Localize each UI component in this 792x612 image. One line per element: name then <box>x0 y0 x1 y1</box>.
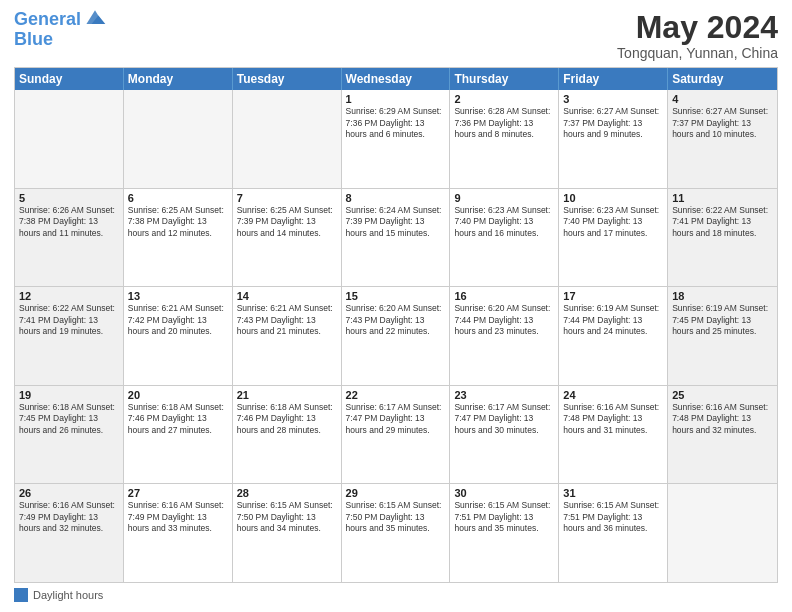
day-number: 2 <box>454 93 554 105</box>
day-number: 7 <box>237 192 337 204</box>
day-info: Sunrise: 6:23 AM Sunset: 7:40 PM Dayligh… <box>454 205 554 239</box>
day-info: Sunrise: 6:28 AM Sunset: 7:36 PM Dayligh… <box>454 106 554 140</box>
day-number: 14 <box>237 290 337 302</box>
day-number: 18 <box>672 290 773 302</box>
calendar-cell: 11Sunrise: 6:22 AM Sunset: 7:41 PM Dayli… <box>668 189 777 287</box>
day-info: Sunrise: 6:16 AM Sunset: 7:48 PM Dayligh… <box>672 402 773 436</box>
day-number: 11 <box>672 192 773 204</box>
calendar-cell: 20Sunrise: 6:18 AM Sunset: 7:46 PM Dayli… <box>124 386 233 484</box>
calendar-cell: 22Sunrise: 6:17 AM Sunset: 7:47 PM Dayli… <box>342 386 451 484</box>
title-area: May 2024 Tongquan, Yunnan, China <box>617 10 778 61</box>
header-tuesday: Tuesday <box>233 68 342 90</box>
day-info: Sunrise: 6:22 AM Sunset: 7:41 PM Dayligh… <box>19 303 119 337</box>
day-number: 26 <box>19 487 119 499</box>
calendar: Sunday Monday Tuesday Wednesday Thursday… <box>14 67 778 583</box>
day-info: Sunrise: 6:24 AM Sunset: 7:39 PM Dayligh… <box>346 205 446 239</box>
day-number: 5 <box>19 192 119 204</box>
day-number: 25 <box>672 389 773 401</box>
calendar-cell: 24Sunrise: 6:16 AM Sunset: 7:48 PM Dayli… <box>559 386 668 484</box>
day-number: 21 <box>237 389 337 401</box>
day-number: 10 <box>563 192 663 204</box>
day-number: 22 <box>346 389 446 401</box>
calendar-cell: 6Sunrise: 6:25 AM Sunset: 7:38 PM Daylig… <box>124 189 233 287</box>
calendar-cell: 23Sunrise: 6:17 AM Sunset: 7:47 PM Dayli… <box>450 386 559 484</box>
calendar-cell: 25Sunrise: 6:16 AM Sunset: 7:48 PM Dayli… <box>668 386 777 484</box>
header: General Blue May 2024 Tongquan, Yunnan, … <box>14 10 778 61</box>
logo: General Blue <box>14 10 107 50</box>
calendar-cell: 8Sunrise: 6:24 AM Sunset: 7:39 PM Daylig… <box>342 189 451 287</box>
calendar-cell: 14Sunrise: 6:21 AM Sunset: 7:43 PM Dayli… <box>233 287 342 385</box>
calendar-cell: 1Sunrise: 6:29 AM Sunset: 7:36 PM Daylig… <box>342 90 451 188</box>
calendar-week-5: 26Sunrise: 6:16 AM Sunset: 7:49 PM Dayli… <box>15 483 777 582</box>
calendar-cell <box>124 90 233 188</box>
calendar-cell: 5Sunrise: 6:26 AM Sunset: 7:38 PM Daylig… <box>15 189 124 287</box>
day-info: Sunrise: 6:16 AM Sunset: 7:48 PM Dayligh… <box>563 402 663 436</box>
day-number: 17 <box>563 290 663 302</box>
day-number: 8 <box>346 192 446 204</box>
day-info: Sunrise: 6:22 AM Sunset: 7:41 PM Dayligh… <box>672 205 773 239</box>
logo-text-line2: Blue <box>14 30 107 50</box>
day-info: Sunrise: 6:16 AM Sunset: 7:49 PM Dayligh… <box>128 500 228 534</box>
calendar-cell: 29Sunrise: 6:15 AM Sunset: 7:50 PM Dayli… <box>342 484 451 582</box>
calendar-cell: 3Sunrise: 6:27 AM Sunset: 7:37 PM Daylig… <box>559 90 668 188</box>
calendar-cell: 17Sunrise: 6:19 AM Sunset: 7:44 PM Dayli… <box>559 287 668 385</box>
calendar-cell: 15Sunrise: 6:20 AM Sunset: 7:43 PM Dayli… <box>342 287 451 385</box>
calendar-cell: 31Sunrise: 6:15 AM Sunset: 7:51 PM Dayli… <box>559 484 668 582</box>
calendar-cell <box>233 90 342 188</box>
calendar-cell <box>15 90 124 188</box>
day-info: Sunrise: 6:29 AM Sunset: 7:36 PM Dayligh… <box>346 106 446 140</box>
day-number: 23 <box>454 389 554 401</box>
day-info: Sunrise: 6:23 AM Sunset: 7:40 PM Dayligh… <box>563 205 663 239</box>
calendar-cell: 13Sunrise: 6:21 AM Sunset: 7:42 PM Dayli… <box>124 287 233 385</box>
header-friday: Friday <box>559 68 668 90</box>
legend-color-box <box>14 588 28 602</box>
day-info: Sunrise: 6:20 AM Sunset: 7:44 PM Dayligh… <box>454 303 554 337</box>
day-info: Sunrise: 6:25 AM Sunset: 7:38 PM Dayligh… <box>128 205 228 239</box>
day-number: 28 <box>237 487 337 499</box>
day-info: Sunrise: 6:17 AM Sunset: 7:47 PM Dayligh… <box>346 402 446 436</box>
location: Tongquan, Yunnan, China <box>617 45 778 61</box>
day-number: 24 <box>563 389 663 401</box>
header-monday: Monday <box>124 68 233 90</box>
day-info: Sunrise: 6:20 AM Sunset: 7:43 PM Dayligh… <box>346 303 446 337</box>
header-sunday: Sunday <box>15 68 124 90</box>
calendar-cell: 21Sunrise: 6:18 AM Sunset: 7:46 PM Dayli… <box>233 386 342 484</box>
day-number: 12 <box>19 290 119 302</box>
day-number: 13 <box>128 290 228 302</box>
calendar-week-4: 19Sunrise: 6:18 AM Sunset: 7:45 PM Dayli… <box>15 385 777 484</box>
calendar-cell: 7Sunrise: 6:25 AM Sunset: 7:39 PM Daylig… <box>233 189 342 287</box>
page: General Blue May 2024 Tongquan, Yunnan, … <box>0 0 792 612</box>
calendar-header: Sunday Monday Tuesday Wednesday Thursday… <box>15 68 777 90</box>
calendar-week-2: 5Sunrise: 6:26 AM Sunset: 7:38 PM Daylig… <box>15 188 777 287</box>
calendar-week-1: 1Sunrise: 6:29 AM Sunset: 7:36 PM Daylig… <box>15 90 777 188</box>
day-info: Sunrise: 6:21 AM Sunset: 7:43 PM Dayligh… <box>237 303 337 337</box>
day-info: Sunrise: 6:26 AM Sunset: 7:38 PM Dayligh… <box>19 205 119 239</box>
logo-text-line1: General <box>14 10 81 30</box>
header-thursday: Thursday <box>450 68 559 90</box>
day-number: 4 <box>672 93 773 105</box>
day-info: Sunrise: 6:15 AM Sunset: 7:51 PM Dayligh… <box>454 500 554 534</box>
day-number: 1 <box>346 93 446 105</box>
calendar-cell: 18Sunrise: 6:19 AM Sunset: 7:45 PM Dayli… <box>668 287 777 385</box>
day-number: 29 <box>346 487 446 499</box>
day-info: Sunrise: 6:21 AM Sunset: 7:42 PM Dayligh… <box>128 303 228 337</box>
calendar-cell: 2Sunrise: 6:28 AM Sunset: 7:36 PM Daylig… <box>450 90 559 188</box>
calendar-cell <box>668 484 777 582</box>
day-number: 9 <box>454 192 554 204</box>
day-info: Sunrise: 6:18 AM Sunset: 7:46 PM Dayligh… <box>237 402 337 436</box>
day-info: Sunrise: 6:19 AM Sunset: 7:45 PM Dayligh… <box>672 303 773 337</box>
calendar-cell: 26Sunrise: 6:16 AM Sunset: 7:49 PM Dayli… <box>15 484 124 582</box>
day-info: Sunrise: 6:16 AM Sunset: 7:49 PM Dayligh… <box>19 500 119 534</box>
day-number: 27 <box>128 487 228 499</box>
day-info: Sunrise: 6:27 AM Sunset: 7:37 PM Dayligh… <box>672 106 773 140</box>
day-number: 15 <box>346 290 446 302</box>
day-info: Sunrise: 6:18 AM Sunset: 7:45 PM Dayligh… <box>19 402 119 436</box>
day-info: Sunrise: 6:15 AM Sunset: 7:50 PM Dayligh… <box>346 500 446 534</box>
day-info: Sunrise: 6:19 AM Sunset: 7:44 PM Dayligh… <box>563 303 663 337</box>
header-saturday: Saturday <box>668 68 777 90</box>
day-info: Sunrise: 6:27 AM Sunset: 7:37 PM Dayligh… <box>563 106 663 140</box>
calendar-cell: 12Sunrise: 6:22 AM Sunset: 7:41 PM Dayli… <box>15 287 124 385</box>
day-info: Sunrise: 6:15 AM Sunset: 7:51 PM Dayligh… <box>563 500 663 534</box>
day-number: 16 <box>454 290 554 302</box>
day-info: Sunrise: 6:15 AM Sunset: 7:50 PM Dayligh… <box>237 500 337 534</box>
